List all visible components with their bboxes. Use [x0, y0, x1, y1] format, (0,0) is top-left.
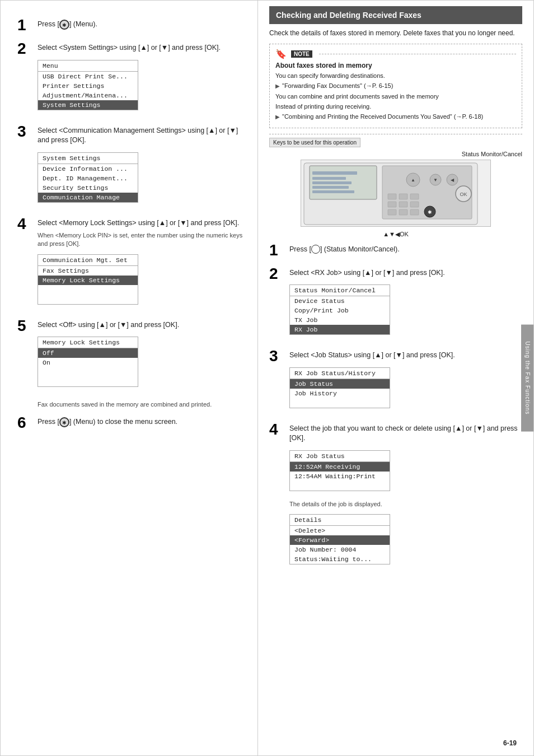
menu-item: Adjustment/Maintena...: [38, 91, 138, 100]
svg-rect-5: [312, 186, 349, 189]
note-item-icon: ▶: [275, 113, 280, 121]
menu-title: Menu: [38, 60, 138, 72]
section-header: Checking and Deleting Received Faxes: [269, 6, 522, 24]
side-tab: Using the Fax Functions: [521, 325, 533, 432]
right-step-3-menu: RX Job Status/History Job Status Job His…: [289, 367, 390, 408]
svg-rect-23: [399, 209, 407, 215]
menu-item: Copy/Print Job: [290, 306, 390, 315]
menu-icon-2: ✱: [59, 417, 69, 427]
menu-item: Device Status: [290, 296, 390, 306]
device-label: Status Monitor/Cancel: [269, 151, 522, 157]
step-text: Press [] (Status Monitor/Cancel).: [289, 245, 522, 255]
menu-item-selected: 12:52AM Receiving: [290, 462, 390, 472]
menu-item: Printer Settings: [38, 81, 138, 91]
dashed-divider: [269, 134, 522, 134]
note-item-3: You can combine and print documents save…: [275, 92, 516, 101]
menu-item-selected: Memory Lock Settings: [38, 276, 138, 285]
step-number: 4: [269, 422, 285, 437]
menu-item: 12:54AM Waiting:Print: [290, 472, 390, 481]
svg-text:✱: ✱: [428, 209, 432, 215]
step-content: Select the job that you want to check or…: [289, 422, 522, 570]
note-item-text: Instead of printing during receiving.: [275, 102, 371, 111]
step-5-text: Select <Off> using [▲] or [▼] and press …: [38, 320, 246, 330]
menu-item: Job Number: 0004: [290, 545, 390, 554]
menu-item: <Delete>: [290, 526, 390, 535]
step-number-4: 4: [17, 216, 33, 232]
note-tag: NOTE: [291, 50, 312, 58]
menu-item: Fax Settings: [38, 266, 138, 276]
step-number-3: 3: [17, 124, 33, 139]
step-2-menu: Menu USB Direct Print Se... Printer Sett…: [38, 60, 138, 110]
menu-item: Security Settings: [38, 183, 138, 193]
svg-rect-21: [410, 202, 419, 207]
menu-item: Status:Waiting to...: [290, 554, 390, 564]
step-number: 1: [269, 242, 285, 258]
menu-item: [38, 285, 138, 295]
page-number: 6-19: [503, 739, 517, 747]
svg-rect-22: [388, 209, 396, 215]
note-item-ref: "Forwarding Fax Documents" (→P. 6-15): [282, 82, 393, 90]
fax-combined-text: Fax documents saved in the memory are co…: [38, 400, 246, 409]
step-6-content: Press [✱] (Menu) to close the menu scree…: [38, 415, 246, 431]
step-1-content: Press [✱] (Menu).: [38, 17, 246, 33]
step-number-2: 2: [17, 41, 33, 57]
step-4-subtext: When <Memory Lock PIN> is set, enter the…: [38, 231, 246, 249]
note-label: 🔖 NOTE: [275, 49, 516, 59]
svg-rect-18: [410, 194, 419, 199]
device-image: OK ▲ ▼ ◀ ✱: [301, 160, 491, 227]
step-text: Select <Job Status> using [▲] or [▼] and…: [289, 351, 522, 361]
menu-title: RX Job Status: [290, 451, 390, 462]
note-box-title: About faxes stored in memory: [275, 62, 516, 69]
svg-rect-20: [399, 202, 407, 207]
step-text: Select <RX Job> using [▲] or [▼] and pre…: [289, 268, 522, 278]
page-container: 1 Press [✱] (Menu). 2 Select <System Set…: [0, 0, 534, 756]
right-step-4-details-menu: Details <Delete> <Forward> Job Number: 0…: [289, 514, 390, 564]
svg-text:▲: ▲: [411, 178, 415, 183]
right-column: Checking and Deleting Received Faxes Che…: [258, 1, 533, 755]
menu-title: Details: [290, 515, 390, 526]
step-content: Select <RX Job> using [▲] or [▼] and pre…: [289, 266, 522, 341]
step-6-text: Press [✱] (Menu) to close the menu scree…: [38, 417, 246, 427]
svg-rect-16: [388, 194, 396, 199]
step-4: 4 Select <Memory Lock Settings> using [▲…: [17, 216, 246, 310]
step-number-5: 5: [17, 318, 33, 334]
menu-title: System Settings: [38, 153, 138, 164]
menu-title: Communication Mgt. Set: [38, 255, 138, 266]
menu-item: [38, 377, 138, 386]
step-4-text: Select <Memory Lock Settings> using [▲] …: [38, 218, 246, 228]
svg-rect-19: [388, 202, 396, 207]
step-3-content: Select <Communication Management Setting…: [38, 124, 246, 208]
keys-bar: Keys to be used for this operation: [269, 138, 360, 147]
svg-text:OK: OK: [460, 192, 467, 197]
job-display-text: The details of the job is displayed.: [289, 500, 522, 508]
note-item-5: ▶ "Combining and Printing the Received D…: [275, 113, 516, 121]
nav-arrows: ▲▼◀OK: [269, 231, 522, 238]
menu-item-selected: <Forward>: [290, 535, 390, 545]
step-2: 2 Select <System Settings> using [▲] or …: [17, 41, 246, 116]
menu-item: [290, 481, 390, 491]
note-item-text: You can specify forwarding destinations.: [275, 72, 385, 80]
menu-item: USB Direct Print Se...: [38, 72, 138, 81]
step-5-content: Select <Off> using [▲] or [▼] and press …: [38, 318, 246, 393]
step-number-6: 6: [17, 415, 33, 431]
step-3: 3 Select <Communication Management Setti…: [17, 124, 246, 208]
right-step-3: 3 Select <Job Status> using [▲] or [▼] a…: [269, 348, 522, 414]
svg-rect-4: [312, 181, 352, 184]
svg-rect-17: [399, 194, 407, 199]
right-step-2: 2 Select <RX Job> using [▲] or [▼] and p…: [269, 266, 522, 341]
svg-rect-2: [312, 171, 357, 175]
menu-icon: ✱: [59, 20, 69, 30]
svg-rect-6: [312, 190, 354, 193]
note-item-4: Instead of printing during receiving.: [275, 102, 516, 111]
left-column: 1 Press [✱] (Menu). 2 Select <System Set…: [1, 1, 258, 755]
menu-item: On: [38, 358, 138, 367]
step-1: 1 Press [✱] (Menu).: [17, 17, 246, 33]
note-item-ref: "Combining and Printing the Received Doc…: [282, 113, 483, 121]
menu-item: Job History: [290, 389, 390, 398]
step-3-menu: System Settings Device Information ... D…: [38, 152, 138, 203]
step-5: 5 Select <Off> using [▲] or [▼] and pres…: [17, 318, 246, 393]
note-item-text: You can combine and print documents save…: [275, 92, 439, 101]
device-svg: OK ▲ ▼ ◀ ✱: [301, 160, 491, 227]
step-content: Select <Job Status> using [▲] or [▼] and…: [289, 348, 522, 414]
svg-rect-3: [312, 177, 346, 180]
